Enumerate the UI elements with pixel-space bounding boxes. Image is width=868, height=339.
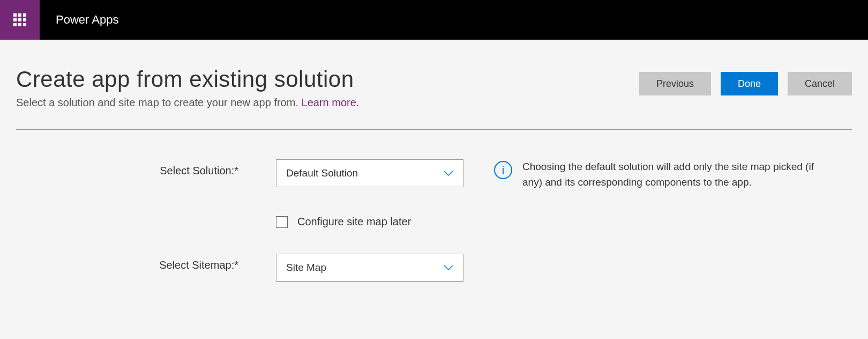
sitemap-row: Select Sitemap:* Site Map (16, 254, 852, 282)
done-button[interactable]: Done (721, 72, 778, 95)
configure-later-row: Configure site map later (276, 216, 852, 228)
divider (16, 129, 852, 130)
configure-later-checkbox[interactable] (276, 216, 288, 228)
chevron-down-icon (444, 264, 453, 271)
brand-title: Power Apps (56, 13, 118, 27)
info-text: Choosing the default solution will add o… (522, 159, 836, 190)
solution-control-wrap: Default Solution (276, 159, 468, 187)
form-area: Select Solution:* Default Solution i Cho… (16, 159, 852, 282)
info-icon-wrap: i (493, 160, 513, 182)
solution-row: Select Solution:* Default Solution i Cho… (16, 159, 852, 190)
svg-text:i: i (502, 164, 505, 177)
configure-later-label: Configure site map later (297, 216, 411, 228)
subtitle-text: Select a solution and site map to create… (16, 97, 302, 108)
info-icon: i (493, 160, 513, 180)
header-bar: Power Apps (0, 0, 868, 40)
sitemap-select-value: Site Map (286, 262, 326, 274)
info-column: i Choosing the default solution will add… (493, 159, 836, 190)
solution-label: Select Solution:* (16, 159, 276, 177)
content-area: Create app from existing solution Select… (0, 40, 868, 282)
app-launcher-button[interactable] (0, 0, 40, 40)
previous-button[interactable]: Previous (639, 72, 711, 95)
waffle-icon (13, 13, 26, 26)
chevron-down-icon (444, 170, 453, 176)
learn-more-link[interactable]: Learn more. (302, 97, 360, 108)
title-block: Create app from existing solution Select… (16, 67, 359, 109)
cancel-button[interactable]: Cancel (788, 72, 852, 95)
solution-select-value: Default Solution (286, 167, 358, 179)
sitemap-select[interactable]: Site Map (276, 254, 463, 282)
page-title: Create app from existing solution (16, 67, 359, 92)
button-row: Previous Done Cancel (639, 72, 852, 95)
title-row: Create app from existing solution Select… (16, 67, 852, 109)
solution-select[interactable]: Default Solution (276, 159, 463, 187)
page-subtitle: Select a solution and site map to create… (16, 97, 359, 109)
sitemap-control-wrap: Site Map (276, 254, 468, 282)
sitemap-label: Select Sitemap:* (16, 254, 276, 271)
